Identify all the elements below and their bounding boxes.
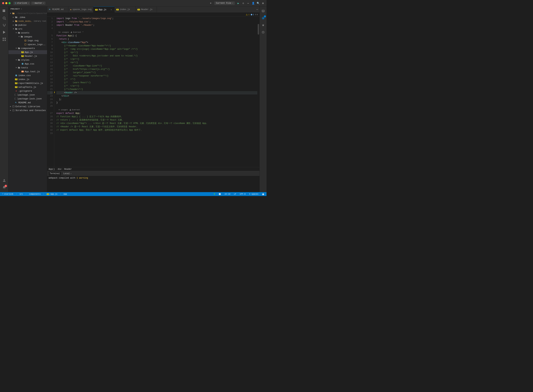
tree-item-styles[interactable]: ▼ styles xyxy=(9,58,47,62)
breadcrumb-header[interactable]: Header xyxy=(64,168,72,170)
right-icon-plugin[interactable] xyxy=(260,29,266,35)
tree-item-app-test-js[interactable]: JS App.test.js xyxy=(9,70,47,74)
terminal-tab-close[interactable]: ✕ xyxy=(70,173,72,175)
tab-overflow-button[interactable]: ⋯ xyxy=(255,6,259,13)
status-git[interactable]: ⑂ starlink xyxy=(1,193,14,195)
search-icon[interactable]: 🔍 xyxy=(257,2,259,5)
tree-item-logo-svg[interactable]: SVG logo.svg xyxy=(9,39,47,42)
tree-label: index.js xyxy=(18,78,46,81)
activity-run-debug[interactable] xyxy=(1,29,8,35)
tree-item-starlink[interactable]: ▼ starlink ~/Desktop/Projects/SpaceX/Cod… xyxy=(9,11,47,15)
close-button[interactable] xyxy=(2,2,4,4)
maximize-button[interactable] xyxy=(9,2,11,4)
activity-source-control[interactable] xyxy=(1,22,8,28)
current-file-button[interactable]: Current File ▾ xyxy=(214,1,235,5)
tree-item-index-css[interactable]: index.css xyxy=(9,74,47,77)
project-selector[interactable]: S starlink ▾ xyxy=(13,2,30,5)
tab-close-button[interactable]: ✕ xyxy=(110,8,113,11)
code-line-10: {/* <p>*/} xyxy=(56,51,257,54)
tree-item-components[interactable]: ▼ components xyxy=(9,46,47,50)
status-line-ending[interactable]: LF xyxy=(233,193,237,195)
tree-item-public[interactable]: ▶ public xyxy=(9,23,47,27)
status-git-indicator[interactable] xyxy=(218,193,222,195)
right-icon-db[interactable] xyxy=(260,8,266,14)
tree-item-app-js[interactable]: JS App.js xyxy=(9,50,47,54)
status-indent[interactable]: 4 spaces xyxy=(248,193,259,195)
svg-rect-6 xyxy=(2,38,4,39)
tab-label: Header.js xyxy=(141,8,155,11)
right-icon-copilot[interactable] xyxy=(260,15,266,21)
tree-label: .idea xyxy=(18,16,46,19)
status-components[interactable]: components xyxy=(28,193,42,195)
activity-extensions[interactable] xyxy=(1,36,8,42)
svg-rect-16 xyxy=(13,106,14,107)
terminal-tab-local[interactable]: Local ✕ xyxy=(62,172,73,176)
scrollbar-thumb[interactable] xyxy=(258,24,259,35)
tab-spacex-svg[interactable]: ◈ spacex_logo.svg xyxy=(68,6,94,13)
more-icon[interactable]: ⋯ xyxy=(247,2,250,5)
line-ending-label: LF xyxy=(234,193,236,195)
prev-arrow[interactable]: ∧ xyxy=(255,13,257,16)
breadcrumb-div[interactable]: div xyxy=(58,168,61,170)
status-scope[interactable]: App xyxy=(63,193,68,195)
tree-label: tests xyxy=(21,66,46,69)
branch-selector[interactable]: ⑂ master ▾ xyxy=(31,2,45,5)
status-file[interactable]: JS App.js xyxy=(46,193,58,195)
tree-item-readme[interactable]: M↓ README.md xyxy=(9,101,47,104)
run-icon[interactable]: ▶ xyxy=(237,2,240,5)
tree-item-app-css[interactable]: App.css xyxy=(9,62,47,66)
tab-index-js[interactable]: JS index.js xyxy=(115,6,136,13)
activity-avatar[interactable] xyxy=(1,177,8,184)
status-position[interactable]: 22:19 xyxy=(224,193,231,195)
tab-header-js[interactable]: JS Header.js xyxy=(136,6,157,13)
editor-scrollbar[interactable] xyxy=(257,17,259,167)
status-vim[interactable]: V xyxy=(213,193,216,195)
tree-item-gitignore[interactable]: ⊘ .gitignore xyxy=(9,89,47,93)
breadcrumb-sep-2: › xyxy=(62,168,63,170)
warning-indicator[interactable]: 1 xyxy=(246,14,250,16)
tree-item-scratches[interactable]: ▶ Scratches and Consoles xyxy=(9,108,47,112)
tree-item-setuptests[interactable]: JS setupTests.js xyxy=(9,85,47,89)
code-content[interactable]: import logo from '../assets/images/logo.… xyxy=(54,17,257,167)
status-src[interactable]: src xyxy=(19,193,24,195)
folder-icon xyxy=(15,28,18,30)
right-icon-ai[interactable] xyxy=(260,22,266,28)
activity-explorer[interactable] xyxy=(1,8,8,14)
code-editor[interactable]: 1 2 3 4 5 6 7 8 9 10 11 12 13 14 15 16 xyxy=(47,17,259,167)
sidebar-content[interactable]: ▼ starlink ~/Desktop/Projects/SpaceX/Cod… xyxy=(9,11,47,192)
info-indicator[interactable]: 2 xyxy=(251,14,254,16)
tree-item-tests[interactable]: ▼ tests xyxy=(9,66,47,70)
library-icon xyxy=(12,105,15,108)
breadcrumb-appfn[interactable]: App() xyxy=(49,168,55,170)
minimize-button[interactable] xyxy=(5,2,7,4)
tree-item-header-js[interactable]: JS Header.js xyxy=(9,54,47,58)
tree-item-external-libraries[interactable]: ▶ External Libraries xyxy=(9,104,47,108)
tree-item-assets[interactable]: ▼ assets xyxy=(9,31,47,35)
test-file-icon: JS xyxy=(21,70,24,73)
tab-app-js[interactable]: JS App.js ✕ xyxy=(94,6,115,13)
activity-notifications[interactable]: 1 xyxy=(1,184,8,191)
activity-search[interactable] xyxy=(1,15,8,21)
tree-item-idea[interactable]: ▶ .idea xyxy=(9,15,47,19)
tree-item-reportwebvitals[interactable]: JS reportWebVitals.js xyxy=(9,81,47,85)
tree-item-package-lock-json[interactable]: { } package-lock.json xyxy=(9,97,47,101)
status-lock[interactable] xyxy=(261,193,265,195)
next-arrow[interactable]: ∨ xyxy=(257,13,258,16)
status-encoding[interactable]: UTF-8 xyxy=(239,193,246,195)
sun-icon[interactable]: ☀ xyxy=(209,2,212,5)
lightbulb-icon[interactable]: 💡 xyxy=(54,91,55,94)
svg-point-27 xyxy=(262,32,263,32)
debug-icon[interactable]: ⚙ xyxy=(242,2,245,5)
account-icon[interactable]: 👤 xyxy=(252,2,254,5)
tree-item-package-json[interactable]: { } package.json xyxy=(9,93,47,97)
tree-item-src[interactable]: ▼ src xyxy=(9,27,47,31)
tab-readme[interactable]: M↓ README.md xyxy=(47,6,68,13)
tree-item-index-js[interactable]: JS index.js xyxy=(9,77,47,81)
terminal-tab-terminal[interactable]: Terminal xyxy=(49,172,61,176)
usage-count-2: 4 usages xyxy=(59,108,68,112)
tree-item-images[interactable]: ▼ images xyxy=(9,35,47,39)
settings-icon[interactable]: ⚙ xyxy=(262,2,264,5)
tree-item-node-modules[interactable]: ▶ node_modules library root xyxy=(9,19,47,23)
tree-item-spacex-logo-svg[interactable]: spacex_logo.svg xyxy=(9,42,47,46)
encoding-label: UTF-8 xyxy=(240,193,246,195)
